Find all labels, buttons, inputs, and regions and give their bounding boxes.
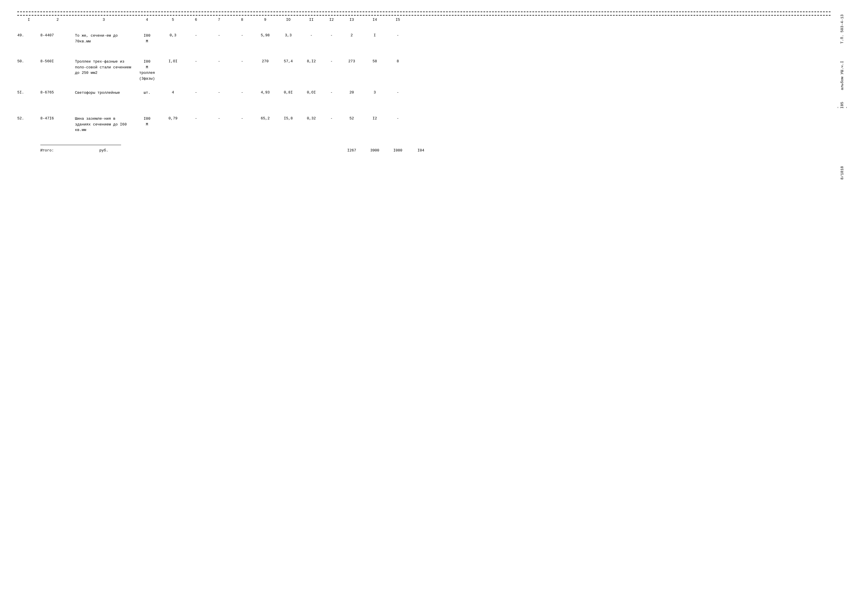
row-49-c5: 0,3 bbox=[161, 33, 185, 38]
row-49-c11: - bbox=[300, 33, 323, 38]
row-51-code: 8-6765 bbox=[40, 90, 75, 95]
row-50-c10: 57,4 bbox=[277, 59, 300, 64]
row-52-code: 8-47I6 bbox=[40, 116, 75, 121]
row-50-desc: Троллеи трех-фазные из поло-совой стали … bbox=[75, 59, 133, 76]
footer-area: Итого: руб. I267 3900 I080 I04 bbox=[17, 145, 831, 153]
row-52-num: 52. bbox=[17, 116, 40, 121]
col-header-14: I4 bbox=[363, 17, 386, 22]
row-49-c15: - bbox=[386, 33, 409, 38]
row-49-c7: - bbox=[208, 33, 230, 38]
row-51-c11: 0,OI bbox=[300, 90, 323, 95]
row-50-c13: 273 bbox=[340, 59, 363, 64]
col-header-13: I3 bbox=[340, 17, 363, 22]
row-49-c13: 2 bbox=[340, 33, 363, 38]
row-52-c7: - bbox=[208, 116, 230, 121]
row-51-desc: Светофоры троллейные bbox=[75, 90, 133, 96]
row-49-c14: I bbox=[363, 33, 386, 38]
row-52-unit: I00 М bbox=[133, 116, 161, 127]
row-50-num: 50. bbox=[17, 59, 40, 64]
row-49-c9: 5,98 bbox=[254, 33, 277, 38]
row-52-desc: Шина заземле-ния в зданиях сечением до I… bbox=[75, 116, 133, 133]
row-52-c5: 0,79 bbox=[161, 116, 185, 121]
row-52-c13: 52 bbox=[340, 116, 363, 121]
row-50-unit: I00 М троллея (3фазы) bbox=[133, 59, 161, 81]
footer-row: Итого: руб. I267 3900 I080 I04 bbox=[17, 148, 810, 153]
row-49-c8: - bbox=[230, 33, 254, 38]
col-header-8: 8 bbox=[230, 17, 254, 22]
row-49-code: 8-4407 bbox=[40, 33, 75, 38]
row-52-c14: I2 bbox=[363, 116, 386, 121]
page-container: Т.П. 503-4-13 альбом УШ.ч.I - I85 - 8/18… bbox=[17, 12, 851, 153]
footer-c-extra: I04 bbox=[409, 148, 433, 153]
row-52-c15: - bbox=[386, 116, 409, 121]
footer-total-label: Итого: bbox=[40, 148, 75, 153]
row-51-c10: 0,8I bbox=[277, 90, 300, 95]
row-50-c9: 270 bbox=[254, 59, 277, 64]
footer-c14: 3900 bbox=[363, 148, 386, 153]
col-header-7: 7 bbox=[208, 17, 230, 22]
table-body: 49. 8-4407 То же, сечени-ем до 70кв.мм I… bbox=[17, 33, 831, 133]
footer-c15: I080 bbox=[386, 148, 409, 153]
doc-title-vertical: Т.П. 503-4-13 bbox=[840, 15, 844, 44]
footer-unit: руб. bbox=[75, 148, 133, 153]
row-51-c14: 3 bbox=[363, 90, 386, 95]
row-49-c12: - bbox=[323, 33, 340, 38]
col-header-5: 5 bbox=[161, 17, 185, 22]
row-51-c9: 4,93 bbox=[254, 90, 277, 95]
right-sidebar: Т.П. 503-4-13 альбом УШ.ч.I - I85 - 8/18… bbox=[833, 12, 851, 153]
row-51-c13: 20 bbox=[340, 90, 363, 95]
col-header-15: I5 bbox=[386, 17, 409, 22]
table-row: 5I. 8-6765 Светофоры троллейные шт. 4 - … bbox=[17, 90, 831, 107]
col-header-12: I2 bbox=[323, 17, 340, 22]
table-row: 49. 8-4407 То же, сечени-ем до 70кв.мм I… bbox=[17, 33, 831, 50]
row-50-code: 8-560I bbox=[40, 59, 75, 64]
doc-page-num-vertical: 8/1818 bbox=[840, 166, 844, 180]
row-51-c6: - bbox=[185, 90, 208, 95]
table-row: 52. 8-47I6 Шина заземле-ния в зданиях се… bbox=[17, 116, 831, 133]
row-50-c14: 58 bbox=[363, 59, 386, 64]
col-header-11: II bbox=[300, 17, 323, 22]
row-50-c12: - bbox=[323, 59, 340, 64]
row-50-c15: 8 bbox=[386, 59, 409, 64]
col-header-4: 4 bbox=[133, 17, 161, 22]
row-51-c15: - bbox=[386, 90, 409, 95]
row-49-num: 49. bbox=[17, 33, 40, 38]
col-header-6: 6 bbox=[185, 17, 208, 22]
row-52-c6: - bbox=[185, 116, 208, 121]
row-51-c5: 4 bbox=[161, 90, 185, 95]
row-51-c7: - bbox=[208, 90, 230, 95]
row-52-c9: 65,2 bbox=[254, 116, 277, 121]
row-50-c6: - bbox=[185, 59, 208, 64]
row-51-unit: шт. bbox=[133, 90, 161, 96]
col-header-3: 3 bbox=[75, 17, 133, 22]
table-row: 50. 8-560I Троллеи трех-фазные из поло-с… bbox=[17, 59, 831, 81]
row-50-c8: - bbox=[230, 59, 254, 64]
col-header-9: 9 bbox=[254, 17, 277, 22]
row-49-desc: То же, сечени-ем до 70кв.мм bbox=[75, 33, 133, 44]
row-49-c6: - bbox=[185, 33, 208, 38]
doc-album-vertical: альбом УШ.ч.I bbox=[840, 61, 844, 90]
row-52-c11: 0,32 bbox=[300, 116, 323, 121]
row-52-c10: I5,8 bbox=[277, 116, 300, 121]
col-header-1: I bbox=[17, 17, 40, 22]
row-52-c8: - bbox=[230, 116, 254, 121]
row-51-num: 5I. bbox=[17, 90, 40, 95]
row-50-c5: I,OI bbox=[161, 59, 185, 64]
doc-page-vertical: - I85 - bbox=[836, 102, 849, 108]
row-52-c12: - bbox=[323, 116, 340, 121]
row-51-c8: - bbox=[230, 90, 254, 95]
col-header-10: IO bbox=[277, 17, 300, 22]
header-separator bbox=[17, 12, 831, 12]
row-50-c11: 8,I2 bbox=[300, 59, 323, 64]
footer-c13: I267 bbox=[340, 148, 363, 153]
row-49-c10: 3,3 bbox=[277, 33, 300, 38]
column-header-row: I 2 3 4 5 6 7 8 9 IO II I2 I3 I4 I5 bbox=[17, 15, 831, 24]
col-header-2: 2 bbox=[40, 17, 75, 22]
row-51-c12: - bbox=[323, 90, 340, 95]
row-49-unit: I00 М bbox=[133, 33, 161, 44]
row-50-c7: - bbox=[208, 59, 230, 64]
